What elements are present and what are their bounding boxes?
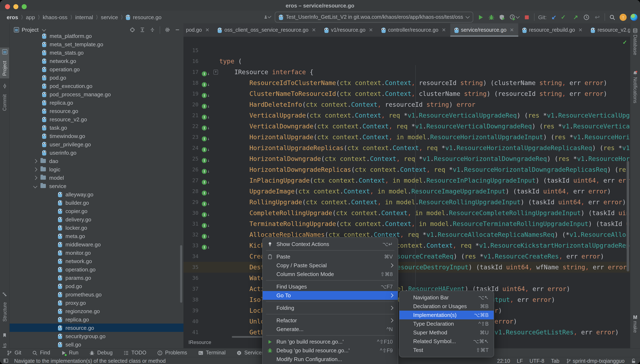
tree-item-network.go[interactable]: network.go xyxy=(10,257,184,265)
close-tab-icon[interactable]: ✕ xyxy=(205,27,209,33)
submenu-item-implementation-s[interactable]: Implementation(s)⌥⌘B xyxy=(400,311,494,320)
menu-item-find-usages[interactable]: Find Usages⌥F7 xyxy=(263,282,398,291)
tab-controller/resource.go[interactable]: controller/resource.go✕ xyxy=(377,23,450,37)
tree-item-pod.go[interactable]: pod.go xyxy=(10,74,184,82)
submenu-item-navigation-bar[interactable]: Navigation Bar⌥↖ xyxy=(400,293,494,302)
unlock-icon[interactable] xyxy=(631,358,636,363)
tree-item-meta.go[interactable]: meta.go xyxy=(10,232,184,240)
tree-item-user_privilege.go[interactable]: user_privilege.go xyxy=(10,140,184,148)
stop-button[interactable] xyxy=(523,14,530,21)
submenu-item-type-declaration[interactable]: Type Declaration^⇧B xyxy=(400,320,494,328)
sidebar-item-project[interactable]: Project xyxy=(0,48,9,78)
tree-item-dao[interactable]: dao xyxy=(10,157,184,165)
tree-item-logic[interactable]: logic xyxy=(10,165,184,174)
tree-item-delivery.go[interactable]: delivery.go xyxy=(10,215,184,224)
fold-region-icon[interactable]: ∨ xyxy=(214,70,218,75)
toolwindow-services[interactable]: Services xyxy=(236,350,264,356)
tree-item-copier.go[interactable]: copier.go xyxy=(10,207,184,215)
toolwindow-terminal[interactable]: Terminal xyxy=(198,350,226,356)
tree-item-operation.go[interactable]: operation.go xyxy=(10,65,184,74)
profiler-button[interactable] xyxy=(510,14,520,21)
tree-item-locker.go[interactable]: locker.go xyxy=(10,224,184,232)
update-available-icon[interactable]: ↑ xyxy=(620,14,627,21)
tree-item-timewindow.go[interactable]: timewindow.go xyxy=(10,132,184,140)
ide-services-icon[interactable] xyxy=(630,14,638,21)
tree-item-task.go[interactable]: task.go xyxy=(10,124,184,132)
project-tree-scrollbar[interactable] xyxy=(180,245,182,303)
close-tab-icon[interactable]: ✕ xyxy=(578,27,582,33)
tab-oss_client_oss_service_resource.go[interactable]: oss_client_oss_service_resource.go✕ xyxy=(214,23,320,37)
menu-item-paste[interactable]: Paste⌘V xyxy=(263,252,398,261)
sidebar-item-notifications[interactable]: Notifications xyxy=(630,69,640,103)
breadcrumb-item-resource.go[interactable]: resource.go xyxy=(133,14,161,20)
tree-item-regionzone.go[interactable]: regionzone.go xyxy=(10,307,184,315)
chevron-expanded-icon[interactable] xyxy=(33,184,37,188)
tree-item-securitygroup.go[interactable]: securitygroup.go xyxy=(10,332,184,340)
tree-item-monitor.go[interactable]: monitor.go xyxy=(10,248,184,257)
tab-pod.go[interactable]: pod.go✕ xyxy=(184,23,214,37)
toolwindow-git[interactable]: Git xyxy=(7,350,21,356)
toolwindow-find[interactable]: Find xyxy=(32,350,50,356)
breadcrumb-item-service[interactable]: service xyxy=(101,14,118,20)
tree-item-meta_stats.go[interactable]: meta_stats.go xyxy=(10,48,184,57)
menu-item-copy-paste-special[interactable]: Copy / Paste Special xyxy=(263,261,398,270)
breadcrumb-item-khaos-oss[interactable]: khaos-oss xyxy=(43,14,68,20)
git-rollback-button[interactable]: ↩ xyxy=(594,14,601,21)
tree-item-userinfo.go[interactable]: userinfo.go xyxy=(10,148,184,157)
git-history-button[interactable] xyxy=(583,14,590,21)
debug-button[interactable] xyxy=(488,14,495,21)
tree-item-sell.go[interactable]: sell.go xyxy=(10,340,184,348)
breadcrumb-item-internal[interactable]: internal xyxy=(75,14,93,20)
tree-item-proxy.go[interactable]: proxy.go xyxy=(10,298,184,307)
run-button[interactable] xyxy=(477,14,484,21)
file-encoding[interactable]: UTF-8 xyxy=(530,358,544,364)
tree-item-replica.go[interactable]: replica.go xyxy=(10,315,184,324)
menu-item-debug-go-build-resource-go[interactable]: Debug 'go build resource.go...'^⇧F9 xyxy=(263,346,398,355)
close-tab-icon[interactable]: ✕ xyxy=(312,27,316,33)
editor-vertical-scrollbar[interactable] xyxy=(627,161,629,272)
tree-item-resource.go[interactable]: resource.go xyxy=(10,107,184,115)
submenu-item-test[interactable]: Test⇧⌘T xyxy=(400,346,494,354)
tab-v1/resource.go[interactable]: v1/resource.go✕ xyxy=(320,23,377,37)
line-ending[interactable]: LF xyxy=(517,358,523,364)
git-push-button[interactable]: ↗ xyxy=(572,14,579,21)
indent-style[interactable]: Tab xyxy=(551,358,559,364)
menu-item-column-selection-mode[interactable]: Column Selection Mode⇧⌘8 xyxy=(263,270,398,278)
editor-breadcrumb[interactable]: IResource xyxy=(188,340,211,345)
tab-service/resource.go[interactable]: service/resource.go✕ xyxy=(450,23,518,37)
inspections-ok-icon[interactable]: ✓ xyxy=(622,39,627,46)
toolwindow-debug[interactable]: Debug xyxy=(90,350,113,356)
tree-item-meta_set_template.go[interactable]: meta_set_template.go xyxy=(10,40,184,48)
tree-item-params.go[interactable]: params.go xyxy=(10,274,184,282)
breadcrumb-item-app[interactable]: app xyxy=(26,14,35,20)
tab-resource_rebuild.go[interactable]: resource_rebuild.go✕ xyxy=(518,23,587,37)
git-branch-widget[interactable]: sprint-dmp-txqiangguo xyxy=(566,358,624,364)
tree-item-alleyway.go[interactable]: alleyway.go xyxy=(10,190,184,198)
menu-item-folding[interactable]: Folding xyxy=(263,304,398,312)
menu-item-refactor[interactable]: Refactor xyxy=(263,316,398,325)
tree-item-resource_v2.go[interactable]: resource_v2.go xyxy=(10,115,184,124)
run-configuration-select[interactable]: Test_UserInfo_GetList_V2 in git.woa.com/… xyxy=(274,12,473,22)
sidebar-item-make[interactable]: Mmake xyxy=(630,314,640,333)
menu-item-go-to[interactable]: Go To xyxy=(263,291,398,300)
toolwindow-problems[interactable]: Problems xyxy=(157,350,187,356)
tree-item-builder.go[interactable]: builder.go xyxy=(10,198,184,207)
chevron-collapsed-icon[interactable] xyxy=(33,176,37,180)
tree-item-network.go[interactable]: network.go xyxy=(10,57,184,65)
caret-position[interactable]: 22:10 xyxy=(497,358,510,364)
tab-resource_v2.go[interactable]: resource_v2.go xyxy=(587,23,630,37)
submenu-item-related-symbol[interactable]: Related Symbol...⌥⌘↖ xyxy=(400,337,494,346)
tree-item-service[interactable]: service xyxy=(10,182,184,190)
run-with-coverage-button[interactable] xyxy=(499,14,506,21)
submenu-item-super-method[interactable]: Super Method⌘U xyxy=(400,328,494,337)
submenu-item-declaration-or-usages[interactable]: Declaration or Usages⌘B xyxy=(400,302,494,311)
menu-item-generate[interactable]: Generate...^N xyxy=(263,325,398,334)
menu-item-modify-run-configuration[interactable]: Modify Run Configuration... xyxy=(263,355,398,364)
breadcrumb-item-eros[interactable]: eros xyxy=(7,14,18,20)
tree-item-pod.go[interactable]: pod.go xyxy=(10,282,184,290)
chevron-collapsed-icon[interactable] xyxy=(33,167,37,171)
tree-item-middleware.go[interactable]: middleware.go xyxy=(10,240,184,248)
menu-item-run-go-build-resource-go[interactable]: Run 'go build resource.go...'^⇧F10 xyxy=(263,337,398,346)
tree-item-model[interactable]: model xyxy=(10,174,184,182)
toolwindow-run[interactable]: Run xyxy=(61,350,78,356)
